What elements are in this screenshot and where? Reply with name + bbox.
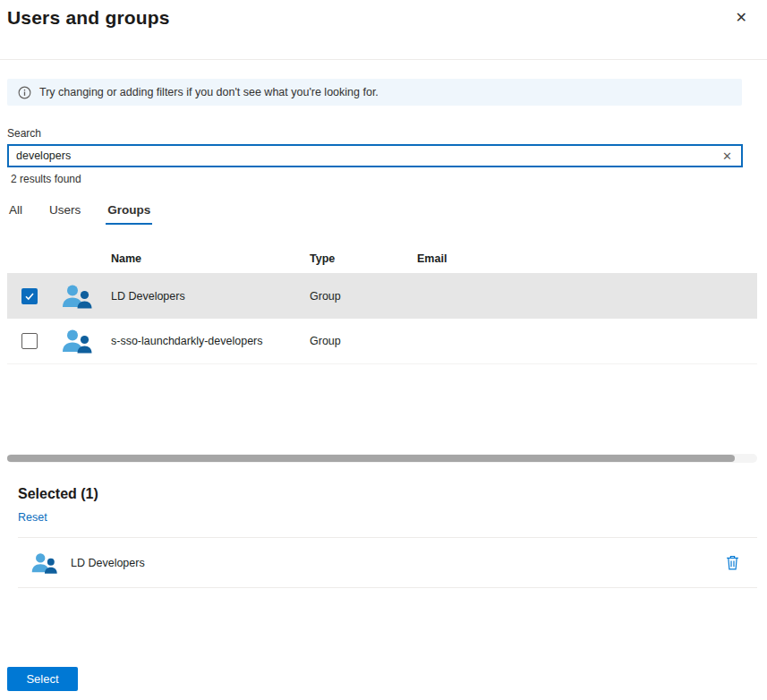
group-icon <box>30 551 58 575</box>
info-icon <box>18 86 31 99</box>
reset-link[interactable]: Reset <box>18 511 47 524</box>
header-divider <box>0 59 767 60</box>
row-type: Group <box>303 335 410 347</box>
selected-section: Selected (1) Reset LD Developers <box>18 486 757 588</box>
group-icon <box>50 283 104 310</box>
row-name: LD Developers <box>104 290 303 303</box>
column-header-type: Type <box>303 252 410 265</box>
search-section: Search ✕ 2 results found <box>7 127 743 185</box>
info-banner-text: Try changing or adding filters if you do… <box>39 86 379 98</box>
tab-all[interactable]: All <box>7 200 24 225</box>
search-label: Search <box>7 127 743 140</box>
tab-bar: All Users Groups <box>7 200 767 225</box>
scrollbar-thumb[interactable] <box>7 455 735 462</box>
tab-groups[interactable]: Groups <box>106 200 152 225</box>
panel-header: Users and groups ✕ <box>0 0 767 29</box>
table-header-row: Name Type Email <box>7 244 757 273</box>
row-checkbox-unchecked[interactable] <box>21 333 38 349</box>
selected-item: LD Developers <box>18 537 757 588</box>
tab-users[interactable]: Users <box>47 200 82 225</box>
clear-search-icon[interactable]: ✕ <box>713 150 741 162</box>
table-row[interactable]: LD Developers Group <box>7 273 757 319</box>
column-header-email: Email <box>410 252 757 265</box>
results-count: 2 results found <box>11 173 743 185</box>
column-header-name: Name <box>104 252 303 265</box>
search-box: ✕ <box>7 144 743 167</box>
select-button[interactable]: Select <box>7 667 78 691</box>
group-icon <box>50 328 104 354</box>
info-banner: Try changing or adding filters if you do… <box>7 79 742 106</box>
selected-item-name: LD Developers <box>71 557 145 569</box>
selected-heading: Selected (1) <box>18 486 757 502</box>
search-input[interactable] <box>9 146 713 166</box>
table-row[interactable]: s-sso-launchdarkly-developers Group <box>7 319 757 364</box>
row-checkbox-checked[interactable] <box>21 288 38 304</box>
row-type: Group <box>303 290 410 303</box>
results-table: Name Type Email LD Developers Group <box>7 244 757 364</box>
horizontal-scrollbar[interactable] <box>7 454 757 463</box>
users-and-groups-panel: Users and groups ✕ Try changing or addin… <box>0 0 767 700</box>
close-icon[interactable]: ✕ <box>730 7 753 29</box>
delete-icon[interactable] <box>720 551 745 574</box>
page-title: Users and groups <box>7 7 170 29</box>
row-name: s-sso-launchdarkly-developers <box>104 335 303 347</box>
